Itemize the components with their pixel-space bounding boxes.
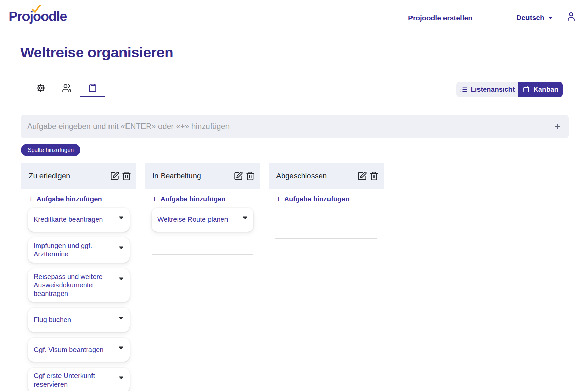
kanban-view-label: Kanban — [533, 86, 558, 93]
task-card-title: Impfungen und ggf. Arzttermine — [34, 242, 112, 259]
drop-target-line — [275, 238, 377, 239]
edit-column-button[interactable] — [110, 171, 119, 181]
view-toggle: Listenansicht Kanban — [456, 82, 563, 97]
window-top-divider — [0, 0, 588, 0]
task-card[interactable]: Impfungen und ggf. Arzttermine — [28, 237, 130, 263]
caret-down-icon[interactable] — [119, 277, 124, 280]
add-task-label: Aufgabe hinzufügen — [284, 195, 349, 203]
edit-column-button[interactable] — [234, 171, 243, 181]
column-body: + Aufgabe hinzufügen — [269, 189, 384, 391]
clipboard-icon — [88, 83, 97, 92]
gear-icon — [36, 83, 46, 93]
language-selector[interactable]: Deutsch — [516, 14, 553, 22]
tab-board[interactable] — [80, 79, 105, 97]
column-body: + Aufgabe hinzufügen Weltreise Route pla… — [145, 189, 260, 391]
account-button[interactable] — [566, 11, 576, 23]
delete-column-button[interactable] — [369, 171, 379, 181]
add-task-label: Aufgabe hinzufügen — [36, 195, 102, 203]
list-view-label: Listenansicht — [471, 86, 515, 93]
caret-down-icon[interactable] — [119, 246, 124, 249]
edit-icon — [110, 171, 119, 181]
caret-down-icon[interactable] — [242, 216, 248, 219]
projoodle-logo[interactable]: Projoodle — [9, 9, 67, 24]
column-header: Zu erledigen — [21, 163, 136, 189]
caret-down-icon[interactable] — [119, 376, 124, 379]
add-task-button[interactable]: + Aufgabe hinzufügen — [29, 195, 102, 203]
task-card[interactable]: Ggf erste Unterkunft reservieren — [28, 368, 130, 391]
task-card-title: Ggf erste Unterkunft reservieren — [34, 372, 112, 389]
add-column-button[interactable]: Spalte hinzufügen — [21, 144, 80, 156]
drop-target-line — [152, 254, 253, 255]
task-card-title: Flug buchen — [34, 316, 71, 324]
plus-icon: + — [276, 195, 281, 203]
column-title: In Bearbeitung — [152, 172, 201, 180]
task-card[interactable]: Flug buchen — [28, 308, 130, 332]
project-tabs — [28, 79, 105, 97]
kanban-column-2: In Bearbeitung + — [145, 163, 260, 391]
task-card-title: Weltreise Route planen — [157, 215, 228, 224]
task-card-title: Reisepass und weitere Ausweisdokumente b… — [34, 272, 112, 298]
caret-down-icon[interactable] — [119, 216, 124, 219]
new-task-input[interactable]: Aufgabe eingeben und mit «ENTER» oder «+… — [21, 115, 569, 138]
language-label: Deutsch — [516, 14, 544, 22]
new-task-placeholder: Aufgabe eingeben und mit «ENTER» oder «+… — [27, 122, 230, 131]
card-list: Weltreise Route planen — [152, 208, 253, 232]
column-title: Abgeschlossen — [276, 172, 327, 180]
kanban-view-button[interactable]: Kanban — [518, 82, 563, 97]
caret-down-icon[interactable] — [119, 317, 124, 320]
trash-icon — [246, 171, 255, 181]
tab-members[interactable] — [54, 79, 80, 97]
task-card-title: Ggf. Visum beantragen — [34, 345, 103, 354]
column-body: + Aufgabe hinzufügen Kreditkarte beantra… — [21, 189, 136, 391]
column-actions — [234, 171, 255, 181]
users-icon — [62, 83, 71, 93]
edit-column-button[interactable] — [357, 171, 367, 181]
delete-column-button[interactable] — [122, 171, 131, 181]
plus-icon[interactable]: + — [554, 121, 560, 131]
column-actions — [357, 171, 379, 181]
delete-column-button[interactable] — [246, 171, 255, 181]
edit-icon — [357, 171, 367, 181]
add-task-label: Aufgabe hinzufügen — [160, 195, 225, 203]
chevron-down-icon — [548, 16, 553, 19]
column-header: Abgeschlossen — [269, 163, 384, 189]
kanban-calendar-icon — [523, 86, 530, 93]
column-title: Zu erledigen — [29, 172, 70, 180]
trash-icon — [369, 171, 379, 181]
plus-icon: + — [29, 195, 33, 203]
add-task-button[interactable]: + Aufgabe hinzufügen — [152, 195, 226, 203]
kanban-column-3: Abgeschlossen + — [269, 163, 384, 391]
create-projoodle-button[interactable]: Projoodle erstellen — [408, 14, 472, 22]
logo-text: Proj — [9, 9, 33, 24]
add-task-button[interactable]: + Aufgabe hinzufügen — [276, 195, 350, 203]
caret-down-icon[interactable] — [119, 346, 124, 350]
card-list: Kreditkarte beantragen Impfungen und ggf… — [28, 208, 130, 391]
plus-icon: + — [152, 195, 157, 203]
trash-icon — [122, 171, 131, 181]
task-card[interactable]: Kreditkarte beantragen — [28, 208, 130, 232]
column-actions — [110, 171, 131, 181]
column-header: In Bearbeitung — [145, 163, 260, 189]
user-icon — [566, 11, 576, 22]
check-icon — [31, 4, 41, 14]
task-card[interactable]: Weltreise Route planen — [152, 208, 253, 232]
page-title: Weltreise organisieren — [20, 44, 173, 61]
tab-settings[interactable] — [28, 79, 54, 97]
task-card-title: Kreditkarte beantragen — [34, 215, 103, 224]
logo-text: odle — [41, 9, 67, 24]
edit-icon — [234, 171, 243, 181]
list-icon — [460, 86, 468, 93]
task-card[interactable]: Ggf. Visum beantragen — [28, 338, 130, 362]
list-view-button[interactable]: Listenansicht — [456, 82, 518, 97]
kanban-column-1: Zu erledigen + — [21, 163, 136, 391]
task-card[interactable]: Reisepass und weitere Ausweisdokumente b… — [28, 268, 130, 302]
kanban-board: Zu erledigen + — [21, 163, 384, 391]
